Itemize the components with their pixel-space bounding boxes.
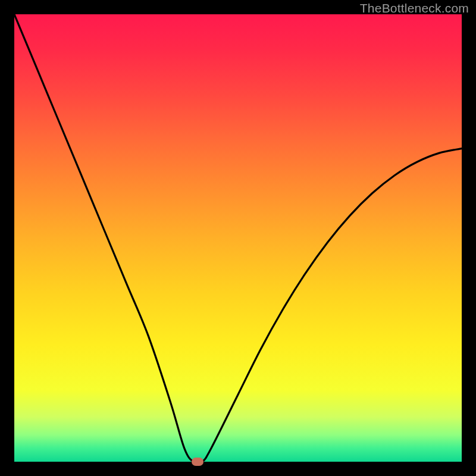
minimum-marker <box>192 458 203 466</box>
chart-frame: TheBottleneck.com <box>0 0 476 476</box>
curve-svg <box>14 14 462 462</box>
brand-watermark: TheBottleneck.com <box>360 1 469 15</box>
bottleneck-curve-path <box>14 14 462 462</box>
plot-area <box>14 14 462 462</box>
